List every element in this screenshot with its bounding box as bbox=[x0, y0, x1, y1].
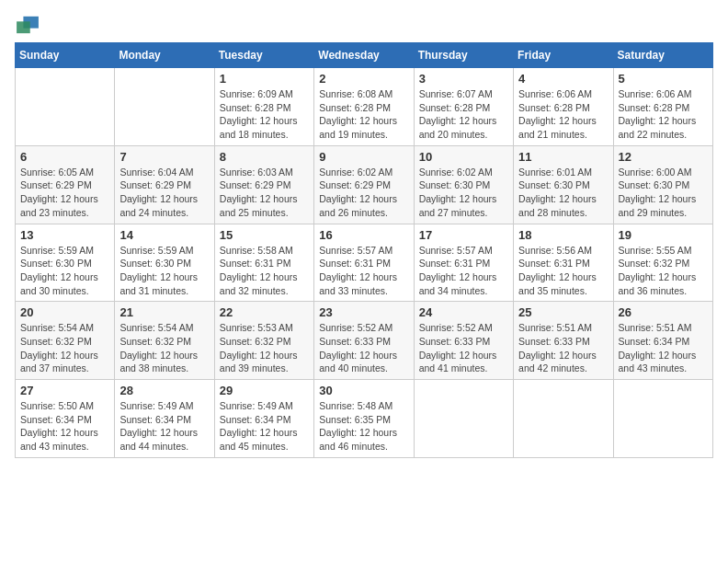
day-header-sunday: Sunday bbox=[16, 43, 115, 68]
day-number: 22 bbox=[220, 305, 309, 319]
day-info: Sunrise: 6:04 AMSunset: 6:29 PMDaylight:… bbox=[119, 166, 209, 220]
day-header-thursday: Thursday bbox=[414, 43, 513, 68]
calendar-cell: 16Sunrise: 5:57 AMSunset: 6:31 PMDayligh… bbox=[314, 224, 414, 302]
day-info: Sunrise: 5:54 AMSunset: 6:32 PMDaylight:… bbox=[20, 321, 109, 375]
day-info: Sunrise: 5:53 AMSunset: 6:32 PMDaylight:… bbox=[220, 321, 309, 375]
calendar-cell: 30Sunrise: 5:48 AMSunset: 6:35 PMDayligh… bbox=[314, 380, 414, 458]
day-number: 4 bbox=[518, 72, 608, 86]
day-info: Sunrise: 6:06 AMSunset: 6:28 PMDaylight:… bbox=[518, 87, 608, 142]
day-number: 5 bbox=[619, 72, 708, 86]
day-number: 17 bbox=[419, 228, 508, 242]
day-number: 25 bbox=[518, 305, 608, 319]
day-info: Sunrise: 6:06 AMSunset: 6:28 PMDaylight:… bbox=[619, 87, 708, 142]
day-number: 18 bbox=[518, 228, 608, 242]
day-info: Sunrise: 6:07 AMSunset: 6:28 PMDaylight:… bbox=[419, 87, 508, 142]
calendar-cell: 26Sunrise: 5:51 AMSunset: 6:34 PMDayligh… bbox=[613, 302, 712, 380]
calendar-cell: 13Sunrise: 5:59 AMSunset: 6:30 PMDayligh… bbox=[16, 224, 115, 302]
day-info: Sunrise: 5:51 AMSunset: 6:34 PMDaylight:… bbox=[619, 321, 708, 375]
day-number: 1 bbox=[220, 72, 309, 86]
calendar-cell: 17Sunrise: 5:57 AMSunset: 6:31 PMDayligh… bbox=[414, 224, 513, 302]
day-info: Sunrise: 5:52 AMSunset: 6:33 PMDaylight:… bbox=[319, 321, 408, 375]
calendar-cell: 28Sunrise: 5:49 AMSunset: 6:34 PMDayligh… bbox=[115, 380, 214, 458]
day-info: Sunrise: 5:48 AMSunset: 6:35 PMDaylight:… bbox=[319, 399, 408, 454]
calendar-cell: 14Sunrise: 5:59 AMSunset: 6:30 PMDayligh… bbox=[115, 224, 214, 302]
day-info: Sunrise: 6:08 AMSunset: 6:28 PMDaylight:… bbox=[319, 87, 408, 142]
day-info: Sunrise: 6:02 AMSunset: 6:30 PMDaylight:… bbox=[419, 166, 508, 220]
calendar-cell: 24Sunrise: 5:52 AMSunset: 6:33 PMDayligh… bbox=[414, 302, 513, 380]
day-info: Sunrise: 6:03 AMSunset: 6:29 PMDaylight:… bbox=[220, 166, 309, 220]
day-header-saturday: Saturday bbox=[613, 43, 712, 68]
day-info: Sunrise: 5:58 AMSunset: 6:31 PMDaylight:… bbox=[220, 244, 309, 298]
calendar-cell: 25Sunrise: 5:51 AMSunset: 6:33 PMDayligh… bbox=[514, 302, 613, 380]
calendar-cell: 11Sunrise: 6:01 AMSunset: 6:30 PMDayligh… bbox=[514, 145, 613, 224]
calendar-cell: 20Sunrise: 5:54 AMSunset: 6:32 PMDayligh… bbox=[16, 302, 115, 380]
calendar-cell: 29Sunrise: 5:49 AMSunset: 6:34 PMDayligh… bbox=[214, 380, 313, 458]
day-info: Sunrise: 5:57 AMSunset: 6:31 PMDaylight:… bbox=[419, 244, 508, 298]
day-number: 6 bbox=[20, 150, 109, 164]
day-info: Sunrise: 5:49 AMSunset: 6:34 PMDaylight:… bbox=[119, 399, 209, 454]
day-number: 29 bbox=[220, 384, 309, 397]
day-info: Sunrise: 5:57 AMSunset: 6:31 PMDaylight:… bbox=[319, 244, 408, 298]
logo bbox=[15, 15, 44, 35]
day-number: 10 bbox=[419, 150, 508, 164]
day-info: Sunrise: 6:00 AMSunset: 6:30 PMDaylight:… bbox=[619, 166, 708, 220]
calendar-cell: 7Sunrise: 6:04 AMSunset: 6:29 PMDaylight… bbox=[115, 145, 214, 224]
header bbox=[15, 15, 713, 35]
day-number: 7 bbox=[119, 150, 209, 164]
day-info: Sunrise: 5:52 AMSunset: 6:33 PMDaylight:… bbox=[419, 321, 508, 375]
day-info: Sunrise: 6:05 AMSunset: 6:29 PMDaylight:… bbox=[20, 166, 109, 220]
day-header-monday: Monday bbox=[115, 43, 214, 68]
calendar-cell: 23Sunrise: 5:52 AMSunset: 6:33 PMDayligh… bbox=[314, 302, 414, 380]
day-number: 13 bbox=[20, 228, 109, 242]
day-number: 12 bbox=[619, 150, 708, 164]
day-info: Sunrise: 5:55 AMSunset: 6:32 PMDaylight:… bbox=[619, 244, 708, 298]
calendar-cell: 18Sunrise: 5:56 AMSunset: 6:31 PMDayligh… bbox=[514, 224, 613, 302]
day-number: 3 bbox=[419, 72, 508, 86]
day-number: 2 bbox=[319, 72, 408, 86]
day-number: 9 bbox=[319, 150, 408, 164]
calendar-cell bbox=[16, 68, 115, 146]
calendar-cell: 21Sunrise: 5:54 AMSunset: 6:32 PMDayligh… bbox=[115, 302, 214, 380]
calendar-cell bbox=[115, 68, 214, 146]
day-number: 26 bbox=[619, 305, 708, 319]
calendar-cell: 19Sunrise: 5:55 AMSunset: 6:32 PMDayligh… bbox=[613, 224, 712, 302]
calendar-cell: 2Sunrise: 6:08 AMSunset: 6:28 PMDaylight… bbox=[314, 68, 414, 146]
calendar-cell: 15Sunrise: 5:58 AMSunset: 6:31 PMDayligh… bbox=[214, 224, 313, 302]
day-info: Sunrise: 5:59 AMSunset: 6:30 PMDaylight:… bbox=[20, 244, 109, 298]
day-number: 27 bbox=[20, 384, 109, 397]
day-info: Sunrise: 5:59 AMSunset: 6:30 PMDaylight:… bbox=[119, 244, 209, 298]
calendar-cell: 6Sunrise: 6:05 AMSunset: 6:29 PMDaylight… bbox=[16, 145, 115, 224]
calendar-cell bbox=[414, 380, 513, 458]
calendar: SundayMondayTuesdayWednesdayThursdayFrid… bbox=[15, 42, 713, 458]
day-number: 30 bbox=[319, 384, 408, 397]
day-info: Sunrise: 5:56 AMSunset: 6:31 PMDaylight:… bbox=[518, 244, 608, 298]
day-header-wednesday: Wednesday bbox=[314, 43, 414, 68]
calendar-cell: 12Sunrise: 6:00 AMSunset: 6:30 PMDayligh… bbox=[613, 145, 712, 224]
svg-marker-1 bbox=[17, 21, 30, 33]
day-number: 15 bbox=[220, 228, 309, 242]
day-header-friday: Friday bbox=[514, 43, 613, 68]
logo-icon bbox=[15, 15, 40, 35]
day-info: Sunrise: 6:09 AMSunset: 6:28 PMDaylight:… bbox=[220, 87, 309, 142]
day-number: 14 bbox=[119, 228, 209, 242]
day-header-tuesday: Tuesday bbox=[214, 43, 313, 68]
day-number: 24 bbox=[419, 305, 508, 319]
calendar-cell: 1Sunrise: 6:09 AMSunset: 6:28 PMDaylight… bbox=[214, 68, 313, 146]
day-number: 19 bbox=[619, 228, 708, 242]
calendar-cell: 5Sunrise: 6:06 AMSunset: 6:28 PMDaylight… bbox=[613, 68, 712, 146]
calendar-cell bbox=[613, 380, 712, 458]
day-info: Sunrise: 5:49 AMSunset: 6:34 PMDaylight:… bbox=[220, 399, 309, 454]
calendar-cell: 27Sunrise: 5:50 AMSunset: 6:34 PMDayligh… bbox=[16, 380, 115, 458]
day-info: Sunrise: 6:02 AMSunset: 6:29 PMDaylight:… bbox=[319, 166, 408, 220]
day-info: Sunrise: 6:01 AMSunset: 6:30 PMDaylight:… bbox=[518, 166, 608, 220]
day-number: 28 bbox=[119, 384, 209, 397]
calendar-cell: 9Sunrise: 6:02 AMSunset: 6:29 PMDaylight… bbox=[314, 145, 414, 224]
calendar-cell: 8Sunrise: 6:03 AMSunset: 6:29 PMDaylight… bbox=[214, 145, 313, 224]
day-number: 21 bbox=[119, 305, 209, 319]
day-number: 16 bbox=[319, 228, 408, 242]
calendar-cell: 10Sunrise: 6:02 AMSunset: 6:30 PMDayligh… bbox=[414, 145, 513, 224]
day-number: 8 bbox=[220, 150, 309, 164]
day-info: Sunrise: 5:54 AMSunset: 6:32 PMDaylight:… bbox=[119, 321, 209, 375]
day-info: Sunrise: 5:51 AMSunset: 6:33 PMDaylight:… bbox=[518, 321, 608, 375]
calendar-cell: 4Sunrise: 6:06 AMSunset: 6:28 PMDaylight… bbox=[514, 68, 613, 146]
